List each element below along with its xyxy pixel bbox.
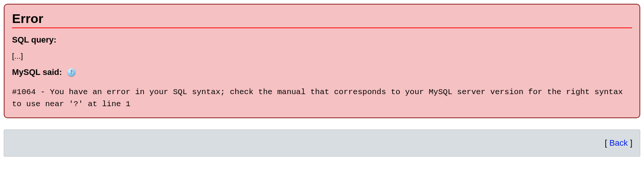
sql-query-text: [...] [12,52,632,61]
mysql-said-label: MySQL said: [12,67,62,77]
mysql-said-row: MySQL said: ? [12,67,632,77]
help-icon[interactable]: ? [67,68,76,76]
error-message: #1064 - You have an error in your SQL sy… [12,86,632,110]
error-panel: Error SQL query: [...] MySQL said: ? #10… [4,4,640,118]
back-link[interactable]: Back [609,138,628,148]
bracket-close: ] [628,138,632,148]
footer-panel: [ Back ] [4,129,640,157]
bracket-open: [ [605,138,609,148]
sql-query-label: SQL query: [12,35,632,45]
error-title: Error [12,11,632,28]
